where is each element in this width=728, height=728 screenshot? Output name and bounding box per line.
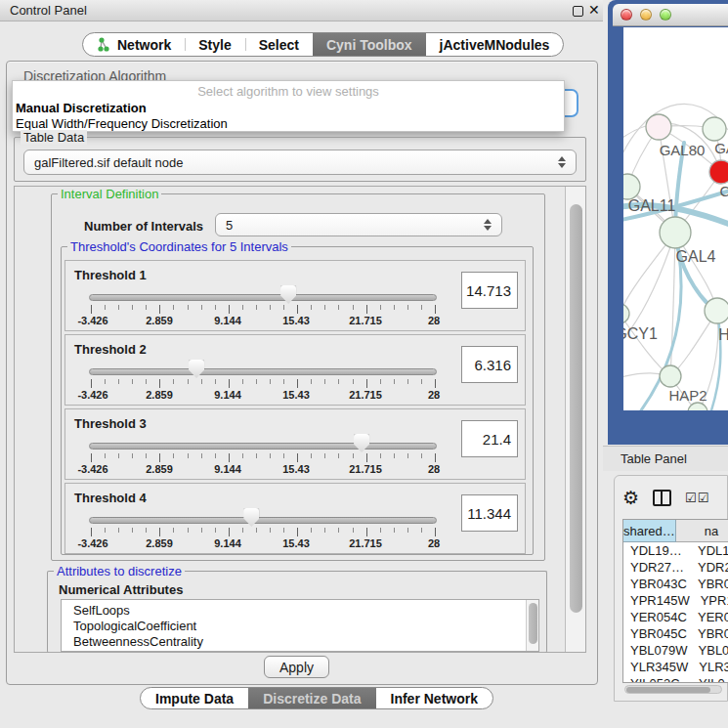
threshold-2-panel: Threshold 2 -3.426 2.859 9.144 15.43 21.… xyxy=(64,334,526,406)
table-row[interactable]: YPR145WYPR1 xyxy=(623,592,728,609)
tick-label: 9.144 xyxy=(214,389,241,401)
tab-discretize-data-label: Discretize Data xyxy=(263,691,361,707)
cell: YDR27… xyxy=(623,559,687,576)
table-row[interactable]: YBR045CYBR0 xyxy=(623,625,728,642)
list-item[interactable]: BetweennessCentrality xyxy=(73,634,538,650)
list-item[interactable]: SelfLoops xyxy=(73,603,538,619)
threshold-4-slider-track[interactable] xyxy=(89,517,437,524)
threshold-2-slider-track[interactable] xyxy=(89,368,437,375)
cell: YPR145W xyxy=(623,592,690,609)
scrollbar-thumb[interactable] xyxy=(626,687,710,693)
cell: YER0 xyxy=(687,609,728,625)
tick-label: 9.144 xyxy=(214,463,241,475)
algorithm-option-equal-width[interactable]: Equal Width/Frequency Discretization xyxy=(16,116,228,131)
split-columns-icon[interactable] xyxy=(653,490,671,506)
tab-network[interactable]: Network xyxy=(83,33,185,56)
node-partial-top-right[interactable] xyxy=(703,117,726,141)
node-label-gal4: GAL4 xyxy=(676,248,716,265)
control-panel-tabbar: Network Style Select Cyni Toolbox jActiv… xyxy=(82,32,564,57)
node-label-hap2: HAP2 xyxy=(668,387,707,404)
cell: YER054C xyxy=(623,609,687,625)
cell: YBR043C xyxy=(623,576,687,592)
slider-major-ticks xyxy=(91,305,436,314)
cell: YBR0 xyxy=(687,576,728,592)
gear-icon[interactable]: ⚙ xyxy=(622,489,639,507)
table-horizontal-scrollbar[interactable] xyxy=(624,685,722,694)
tick-label: 15.43 xyxy=(282,463,310,475)
threshold-1-slider-thumb[interactable] xyxy=(280,285,296,304)
table-row[interactable]: YBR043CYBR0 xyxy=(623,576,728,592)
threshold-3-slider-thumb[interactable] xyxy=(354,434,369,452)
tick-label: 28 xyxy=(428,389,440,401)
table-row[interactable]: YBL079WYBL0 xyxy=(623,642,728,659)
threshold-4-value-field[interactable]: 11.344 xyxy=(461,494,518,532)
network-graph: GAL80 GA C GAL11 GAL4 GCY1 H HAP2 xyxy=(623,27,728,410)
number-of-intervals-spinner[interactable]: 5 xyxy=(215,213,502,236)
tick-label: 28 xyxy=(428,537,440,549)
node-label-gcy1: GCY1 xyxy=(623,325,658,342)
apply-button[interactable]: Apply xyxy=(264,656,329,678)
control-panel-titlebar: Control Panel xyxy=(0,0,603,21)
node-gal80[interactable] xyxy=(646,114,671,140)
tab-select[interactable]: Select xyxy=(245,33,313,56)
node-gal4[interactable] xyxy=(660,217,691,248)
tab-infer-network[interactable]: Infer Network xyxy=(376,688,492,708)
threshold-4-slider-thumb[interactable] xyxy=(243,508,259,527)
table-row[interactable]: YDR27…YDR2 xyxy=(623,559,728,576)
attributes-list-scrollbar[interactable] xyxy=(526,600,538,651)
cell: YDR2 xyxy=(687,559,728,576)
column-header-name[interactable]: na xyxy=(676,520,728,542)
tick-label: 21.715 xyxy=(349,537,382,549)
cell: YBR0 xyxy=(687,625,728,642)
scrollbar-thumb[interactable] xyxy=(529,603,537,644)
tab-cyni-toolbox[interactable]: Cyni Toolbox xyxy=(313,33,426,56)
settings-vertical-scrollbar[interactable] xyxy=(565,187,585,652)
network-canvas[interactable]: GAL80 GA C GAL11 GAL4 GCY1 H HAP2 xyxy=(623,27,728,410)
minimize-traffic-light-icon[interactable] xyxy=(640,9,652,21)
table-row[interactable]: YLR345WYLR3 xyxy=(623,659,728,675)
algorithm-option-manual[interactable]: Manual Discretization xyxy=(16,101,147,115)
float-window-icon[interactable] xyxy=(573,6,583,17)
node-label-partial: H xyxy=(718,326,728,343)
tab-impute-data[interactable]: Impute Data xyxy=(141,688,248,708)
node-selected-red[interactable] xyxy=(709,160,728,184)
tick-label: 15.43 xyxy=(282,537,310,549)
threshold-3-slider-track[interactable] xyxy=(89,443,437,450)
tab-jactivemnodules[interactable]: jActiveMNodules xyxy=(426,33,564,56)
tick-label: 9.144 xyxy=(214,537,241,549)
tab-style[interactable]: Style xyxy=(185,33,244,56)
list-item[interactable]: TopologicalCoefficient xyxy=(73,619,538,634)
table-data-combobox[interactable]: galFiltered.sif default node xyxy=(23,150,577,175)
node-hap2[interactable] xyxy=(660,365,681,387)
tick-label: 21.715 xyxy=(349,463,382,475)
tab-select-label: Select xyxy=(259,37,299,53)
threshold-2-value-field[interactable]: 6.316 xyxy=(461,346,518,383)
zoom-traffic-light-icon[interactable] xyxy=(660,9,671,21)
scrollbar-thumb[interactable] xyxy=(570,204,582,613)
threshold-2-slider-thumb[interactable] xyxy=(189,360,204,378)
table-row[interactable]: YIL052CYIL0 xyxy=(623,675,728,683)
node-table[interactable]: shared… na YDL19…YDL1 YDR27…YDR2 YBR043C… xyxy=(622,519,728,683)
node-label-partial: C xyxy=(720,183,728,199)
cell: YBR045C xyxy=(623,625,687,642)
table-panel-window: ⚙ ☑☑ shared… na YDL19…YDL1 YDR27…YDR2 YB… xyxy=(614,475,728,702)
slider-major-ticks xyxy=(91,379,436,388)
node-partial-right[interactable] xyxy=(705,298,728,323)
column-header-shared[interactable]: shared… xyxy=(623,520,676,542)
node-gcy1[interactable] xyxy=(623,304,629,323)
table-panel-titlebar: Table Panel xyxy=(603,446,728,471)
cell: YDL1 xyxy=(687,542,728,559)
table-row[interactable]: YDL19…YDL1 xyxy=(623,542,728,559)
close-traffic-light-icon[interactable] xyxy=(621,9,632,21)
close-icon[interactable]: ✕ xyxy=(588,2,600,18)
algorithm-placeholder-item[interactable]: Select algorithm to view settings xyxy=(13,84,564,99)
threshold-1-slider-track[interactable] xyxy=(89,294,437,301)
threshold-3-value-field[interactable]: 21.4 xyxy=(461,420,518,457)
tick-label: 15.43 xyxy=(282,389,310,401)
node-label-gal11: GAL11 xyxy=(628,197,676,214)
numerical-attributes-list[interactable]: SelfLoops TopologicalCoefficient Between… xyxy=(61,599,539,652)
select-columns-icon[interactable]: ☑☑ xyxy=(685,491,709,505)
threshold-1-value-field[interactable]: 14.713 xyxy=(461,272,518,309)
tab-discretize-data[interactable]: Discretize Data xyxy=(248,688,375,708)
table-row[interactable]: YER054CYER0 xyxy=(623,609,728,625)
